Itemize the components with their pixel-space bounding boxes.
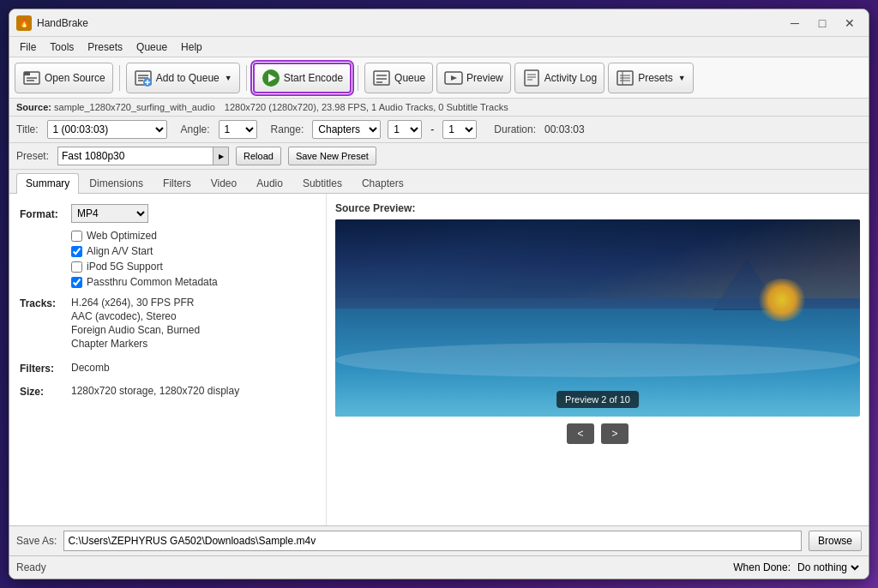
tab-filters[interactable]: Filters xyxy=(153,173,201,193)
preset-input[interactable] xyxy=(58,147,213,165)
save-new-preset-button[interactable]: Save New Preset xyxy=(288,147,376,165)
menu-queue[interactable]: Queue xyxy=(129,39,174,55)
main-window: 🔥 HandBrake ─ □ ✕ File Tools Presets Que… xyxy=(9,9,869,579)
filters-row: Filters: Decomb xyxy=(20,362,316,375)
passthru-label: Passthru Common Metadata xyxy=(87,276,218,288)
title-label: Title: xyxy=(16,123,39,135)
presets-dropdown-icon: ▼ xyxy=(678,74,686,82)
format-row: Format: MP4 MKV WebM xyxy=(20,204,316,223)
tab-dimensions[interactable]: Dimensions xyxy=(80,173,153,193)
when-done-select[interactable]: Do nothing xyxy=(794,559,862,576)
activity-log-button[interactable]: Activity Log xyxy=(514,63,604,93)
start-encode-button[interactable]: Start Encode xyxy=(253,63,352,93)
ipod-checkbox[interactable] xyxy=(71,261,82,273)
preview-wave xyxy=(335,343,860,377)
menu-help[interactable]: Help xyxy=(174,39,209,55)
source-bar: Source: sample_1280x720_surfing_with_aud… xyxy=(9,99,869,117)
window-controls: ─ □ ✕ xyxy=(783,15,862,32)
source-info: 1280x720 (1280x720), 23.98 FPS, 1 Audio … xyxy=(225,102,508,112)
duration-label: Duration: xyxy=(494,123,536,135)
start-encode-label: Start Encode xyxy=(284,72,343,84)
size-value: 1280x720 storage, 1280x720 display xyxy=(71,385,239,397)
align-av-label: Align A/V Start xyxy=(87,245,153,257)
align-av-row: Align A/V Start xyxy=(71,245,316,257)
when-done-area: When Done: Do nothing xyxy=(733,559,862,576)
preview-label: Preview xyxy=(466,72,503,84)
add-to-queue-dropdown-icon: ▼ xyxy=(225,74,232,82)
main-content: Format: MP4 MKV WebM Web Optimized Align… xyxy=(9,194,869,525)
queue-button[interactable]: Queue xyxy=(364,63,433,93)
svg-marker-18 xyxy=(451,75,457,81)
preset-label: Preset: xyxy=(16,150,49,162)
maximize-button[interactable]: □ xyxy=(810,15,834,32)
save-as-label: Save As: xyxy=(16,535,57,547)
source-label: Source: xyxy=(16,102,51,112)
preview-badge: Preview 2 of 10 xyxy=(556,391,639,408)
tab-video[interactable]: Video xyxy=(201,173,246,193)
tab-subtitles[interactable]: Subtitles xyxy=(293,173,352,193)
menu-presets[interactable]: Presets xyxy=(81,39,129,55)
divider-2 xyxy=(246,65,247,91)
menu-bar: File Tools Presets Queue Help xyxy=(9,37,869,57)
filters-value: Decomb xyxy=(71,362,110,374)
when-done-label: When Done: xyxy=(733,561,791,573)
open-source-label: Open Source xyxy=(45,72,105,84)
web-optimized-label: Web Optimized xyxy=(87,230,157,242)
range-to-select[interactable]: 1 xyxy=(442,120,477,139)
activity-log-icon xyxy=(522,69,541,87)
minimize-button[interactable]: ─ xyxy=(783,15,807,32)
ipod-label: iPod 5G Support xyxy=(87,261,163,273)
angle-select[interactable]: 1 xyxy=(219,120,257,139)
right-panel: Source Preview: Preview 2 of 10 < > xyxy=(327,194,869,525)
source-filename: sample_1280x720_surfing_with_audio xyxy=(54,102,215,112)
reload-button[interactable]: Reload xyxy=(236,147,281,165)
save-as-input[interactable] xyxy=(63,531,802,551)
presets-icon xyxy=(616,69,634,87)
passthru-checkbox[interactable] xyxy=(71,277,82,288)
tabs-bar: Summary Dimensions Filters Video Audio S… xyxy=(9,170,869,194)
preview-icon xyxy=(444,69,463,87)
tab-summary[interactable]: Summary xyxy=(16,173,79,194)
preset-arrow-icon[interactable]: ▶ xyxy=(213,147,228,165)
add-to-queue-button[interactable]: Add to Queue ▼ xyxy=(126,63,240,93)
range-separator: - xyxy=(430,123,434,135)
preview-label: Source Preview: xyxy=(335,202,860,214)
toolbar: Open Source Add to Queue ▼ xyxy=(9,57,869,99)
format-label: Format: xyxy=(20,207,71,220)
app-icon: 🔥 xyxy=(16,15,32,31)
tab-chapters[interactable]: Chapters xyxy=(352,173,413,193)
divider-1 xyxy=(119,65,120,91)
track-4: Chapter Markers xyxy=(71,338,200,350)
angle-label: Angle: xyxy=(181,123,210,135)
menu-tools[interactable]: Tools xyxy=(43,39,81,55)
browse-button[interactable]: Browse xyxy=(809,531,862,551)
presets-button[interactable]: Presets ▼ xyxy=(608,63,694,93)
close-button[interactable]: ✕ xyxy=(838,15,862,32)
queue-label: Queue xyxy=(394,72,425,84)
tracks-values: H.264 (x264), 30 FPS PFR AAC (avcodec), … xyxy=(71,297,200,351)
align-av-checkbox[interactable] xyxy=(71,246,82,257)
title-select[interactable]: 1 (00:03:03) xyxy=(47,120,167,139)
passthru-row: Passthru Common Metadata xyxy=(71,276,316,288)
web-optimized-checkbox[interactable] xyxy=(71,231,82,242)
svg-rect-19 xyxy=(525,70,538,86)
track-1: H.264 (x264), 30 FPS PFR xyxy=(71,297,200,309)
svg-rect-1 xyxy=(24,72,30,75)
range-type-select[interactable]: Chapters xyxy=(312,120,381,139)
open-source-button[interactable]: Open Source xyxy=(15,63,113,93)
range-from-select[interactable]: 1 xyxy=(388,120,422,139)
open-source-icon xyxy=(22,69,41,87)
tracks-label: Tracks: xyxy=(20,297,71,309)
preview-prev-button[interactable]: < xyxy=(567,423,594,444)
preset-input-wrap: ▶ xyxy=(57,147,229,165)
preview-next-button[interactable]: > xyxy=(601,423,628,444)
start-encode-icon xyxy=(262,69,280,87)
menu-file[interactable]: File xyxy=(13,39,43,55)
tab-audio[interactable]: Audio xyxy=(247,173,292,193)
preview-button[interactable]: Preview xyxy=(436,63,511,93)
format-select[interactable]: MP4 MKV WebM xyxy=(71,204,148,223)
preview-controls: < > xyxy=(335,423,860,444)
size-label: Size: xyxy=(20,385,71,398)
ready-text: Ready xyxy=(16,561,46,573)
add-to-queue-label: Add to Queue xyxy=(156,72,220,84)
